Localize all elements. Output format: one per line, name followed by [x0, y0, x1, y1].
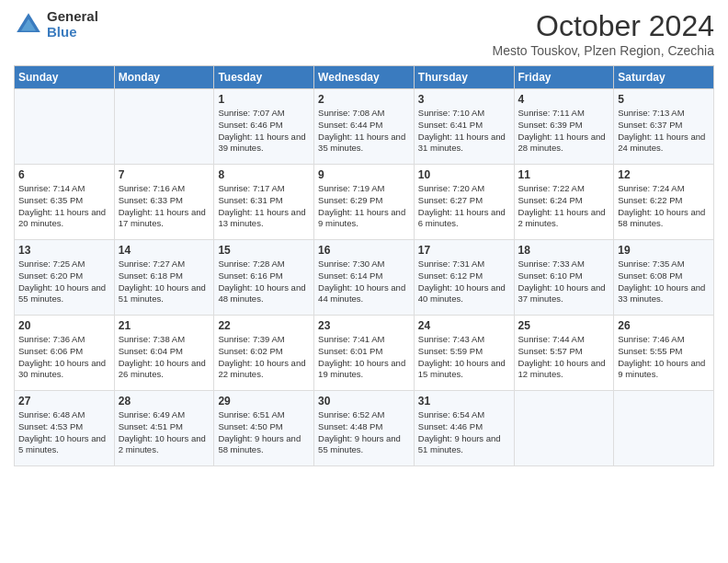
day-number: 11	[518, 168, 610, 181]
calendar-cell: 28Sunrise: 6:49 AM Sunset: 4:51 PM Dayli…	[114, 391, 214, 466]
day-number: 6	[18, 168, 110, 181]
day-content: Sunrise: 7:35 AM Sunset: 6:08 PM Dayligh…	[618, 259, 710, 305]
location: Mesto Touskov, Plzen Region, Czechia	[493, 43, 715, 58]
day-number: 9	[318, 168, 410, 181]
calendar-cell: 3Sunrise: 7:10 AM Sunset: 6:41 PM Daylig…	[414, 89, 514, 165]
day-content: Sunrise: 6:54 AM Sunset: 4:46 PM Dayligh…	[418, 409, 510, 456]
calendar-week-row: 6Sunrise: 7:14 AM Sunset: 6:35 PM Daylig…	[15, 165, 714, 240]
day-content: Sunrise: 7:33 AM Sunset: 6:10 PM Dayligh…	[518, 259, 610, 305]
day-content: Sunrise: 7:36 AM Sunset: 6:06 PM Dayligh…	[18, 334, 110, 381]
weekday-header-monday: Monday	[114, 66, 214, 89]
day-number: 7	[119, 168, 210, 181]
logo-general: General	[47, 9, 98, 25]
calendar-cell: 2Sunrise: 7:08 AM Sunset: 6:44 PM Daylig…	[314, 89, 415, 165]
day-number: 29	[218, 395, 310, 408]
calendar-cell	[114, 89, 214, 165]
calendar-cell: 13Sunrise: 7:25 AM Sunset: 6:20 PM Dayli…	[15, 240, 115, 316]
day-content: Sunrise: 7:28 AM Sunset: 6:16 PM Dayligh…	[218, 259, 310, 305]
day-content: Sunrise: 7:44 AM Sunset: 5:57 PM Dayligh…	[518, 334, 610, 381]
calendar-cell	[15, 89, 115, 165]
day-number: 18	[518, 244, 610, 257]
day-content: Sunrise: 7:31 AM Sunset: 6:12 PM Dayligh…	[418, 259, 510, 305]
day-content: Sunrise: 6:48 AM Sunset: 4:53 PM Dayligh…	[18, 409, 110, 456]
logo: General Blue	[14, 9, 98, 40]
calendar-cell	[514, 391, 614, 466]
calendar-cell: 4Sunrise: 7:11 AM Sunset: 6:39 PM Daylig…	[514, 89, 614, 165]
calendar-cell: 10Sunrise: 7:20 AM Sunset: 6:27 PM Dayli…	[414, 165, 514, 240]
day-content: Sunrise: 7:46 AM Sunset: 5:55 PM Dayligh…	[618, 334, 710, 381]
month-title: October 2024	[493, 9, 715, 43]
calendar-cell: 1Sunrise: 7:07 AM Sunset: 6:46 PM Daylig…	[214, 89, 314, 165]
calendar-cell: 12Sunrise: 7:24 AM Sunset: 6:22 PM Dayli…	[614, 165, 714, 240]
day-number: 3	[418, 93, 510, 106]
day-content: Sunrise: 7:14 AM Sunset: 6:35 PM Dayligh…	[18, 183, 110, 230]
day-content: Sunrise: 7:07 AM Sunset: 6:46 PM Dayligh…	[218, 108, 310, 155]
day-number: 19	[618, 244, 710, 257]
day-number: 22	[218, 319, 310, 332]
day-number: 28	[119, 395, 210, 408]
weekday-header-row: SundayMondayTuesdayWednesdayThursdayFrid…	[15, 66, 714, 89]
day-content: Sunrise: 7:24 AM Sunset: 6:22 PM Dayligh…	[618, 183, 710, 230]
day-number: 5	[618, 93, 710, 106]
day-number: 20	[18, 319, 110, 332]
calendar-week-row: 20Sunrise: 7:36 AM Sunset: 6:06 PM Dayli…	[15, 316, 714, 391]
day-number: 30	[318, 395, 410, 408]
day-content: Sunrise: 7:13 AM Sunset: 6:37 PM Dayligh…	[618, 108, 710, 155]
header: General Blue October 2024 Mesto Touskov,…	[14, 9, 714, 58]
day-number: 1	[218, 93, 310, 106]
calendar-cell: 25Sunrise: 7:44 AM Sunset: 5:57 PM Dayli…	[514, 316, 614, 391]
weekday-header-saturday: Saturday	[614, 66, 714, 89]
calendar-table: SundayMondayTuesdayWednesdayThursdayFrid…	[14, 65, 714, 466]
day-number: 2	[318, 93, 410, 106]
day-content: Sunrise: 7:30 AM Sunset: 6:14 PM Dayligh…	[318, 259, 410, 305]
weekday-header-tuesday: Tuesday	[214, 66, 314, 89]
logo-text: General Blue	[47, 9, 98, 40]
day-content: Sunrise: 7:08 AM Sunset: 6:44 PM Dayligh…	[318, 108, 410, 155]
day-content: Sunrise: 7:27 AM Sunset: 6:18 PM Dayligh…	[119, 259, 210, 305]
calendar-week-row: 13Sunrise: 7:25 AM Sunset: 6:20 PM Dayli…	[15, 240, 714, 316]
day-content: Sunrise: 7:41 AM Sunset: 6:01 PM Dayligh…	[318, 334, 410, 381]
day-content: Sunrise: 7:11 AM Sunset: 6:39 PM Dayligh…	[518, 108, 610, 155]
calendar-cell: 20Sunrise: 7:36 AM Sunset: 6:06 PM Dayli…	[15, 316, 115, 391]
day-number: 21	[119, 319, 210, 332]
calendar-cell: 26Sunrise: 7:46 AM Sunset: 5:55 PM Dayli…	[614, 316, 714, 391]
calendar-cell: 22Sunrise: 7:39 AM Sunset: 6:02 PM Dayli…	[214, 316, 314, 391]
calendar-cell: 8Sunrise: 7:17 AM Sunset: 6:31 PM Daylig…	[214, 165, 314, 240]
day-number: 10	[418, 168, 510, 181]
calendar-cell: 31Sunrise: 6:54 AM Sunset: 4:46 PM Dayli…	[414, 391, 514, 466]
calendar-cell: 7Sunrise: 7:16 AM Sunset: 6:33 PM Daylig…	[114, 165, 214, 240]
calendar-week-row: 1Sunrise: 7:07 AM Sunset: 6:46 PM Daylig…	[15, 89, 714, 165]
day-content: Sunrise: 7:16 AM Sunset: 6:33 PM Dayligh…	[119, 183, 210, 230]
calendar-cell: 14Sunrise: 7:27 AM Sunset: 6:18 PM Dayli…	[114, 240, 214, 316]
day-number: 23	[318, 319, 410, 332]
day-number: 16	[318, 244, 410, 257]
day-number: 4	[518, 93, 610, 106]
day-number: 15	[218, 244, 310, 257]
logo-icon	[14, 10, 43, 40]
day-content: Sunrise: 7:39 AM Sunset: 6:02 PM Dayligh…	[218, 334, 310, 381]
calendar-cell: 24Sunrise: 7:43 AM Sunset: 5:59 PM Dayli…	[414, 316, 514, 391]
day-content: Sunrise: 7:43 AM Sunset: 5:59 PM Dayligh…	[418, 334, 510, 381]
weekday-header-wednesday: Wednesday	[314, 66, 415, 89]
calendar-cell: 18Sunrise: 7:33 AM Sunset: 6:10 PM Dayli…	[514, 240, 614, 316]
calendar-cell: 21Sunrise: 7:38 AM Sunset: 6:04 PM Dayli…	[114, 316, 214, 391]
day-number: 26	[618, 319, 710, 332]
calendar-cell: 17Sunrise: 7:31 AM Sunset: 6:12 PM Dayli…	[414, 240, 514, 316]
calendar-cell	[614, 391, 714, 466]
calendar-cell: 9Sunrise: 7:19 AM Sunset: 6:29 PM Daylig…	[314, 165, 415, 240]
day-content: Sunrise: 7:38 AM Sunset: 6:04 PM Dayligh…	[119, 334, 210, 381]
calendar-cell: 6Sunrise: 7:14 AM Sunset: 6:35 PM Daylig…	[15, 165, 115, 240]
calendar-week-row: 27Sunrise: 6:48 AM Sunset: 4:53 PM Dayli…	[15, 391, 714, 466]
day-number: 12	[618, 168, 710, 181]
day-content: Sunrise: 7:20 AM Sunset: 6:27 PM Dayligh…	[418, 183, 510, 230]
day-content: Sunrise: 7:17 AM Sunset: 6:31 PM Dayligh…	[218, 183, 310, 230]
calendar-cell: 30Sunrise: 6:52 AM Sunset: 4:48 PM Dayli…	[314, 391, 415, 466]
weekday-header-sunday: Sunday	[15, 66, 115, 89]
day-number: 31	[418, 395, 510, 408]
day-content: Sunrise: 6:51 AM Sunset: 4:50 PM Dayligh…	[218, 409, 310, 456]
day-content: Sunrise: 6:49 AM Sunset: 4:51 PM Dayligh…	[119, 409, 210, 456]
calendar-cell: 27Sunrise: 6:48 AM Sunset: 4:53 PM Dayli…	[15, 391, 115, 466]
day-content: Sunrise: 6:52 AM Sunset: 4:48 PM Dayligh…	[318, 409, 410, 456]
calendar-cell: 5Sunrise: 7:13 AM Sunset: 6:37 PM Daylig…	[614, 89, 714, 165]
day-number: 24	[418, 319, 510, 332]
